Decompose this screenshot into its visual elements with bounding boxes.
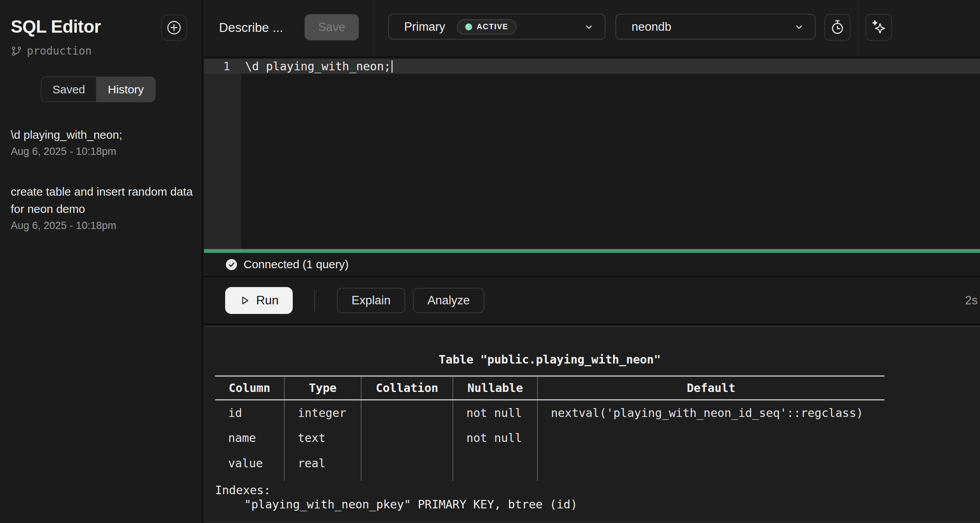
run-button[interactable]: Run xyxy=(225,287,293,314)
column-header: Collation xyxy=(361,376,453,400)
cell xyxy=(537,425,884,451)
active-badge-label: ACTIVE xyxy=(477,22,508,31)
column-header: Type xyxy=(284,376,361,400)
sidebar: SQL Editor production xyxy=(0,0,203,523)
history-item-title: create table and insert random data for … xyxy=(11,183,196,218)
sql-editor-app: SQL Editor production xyxy=(0,0,980,523)
cell: integer xyxy=(284,400,361,425)
branch-selector[interactable]: Primary ACTIVE xyxy=(388,14,605,40)
column-header: Column xyxy=(215,376,284,400)
cell: value xyxy=(215,451,284,476)
indexes-block: Indexes: "playing_with_neon_pkey" PRIMAR… xyxy=(215,483,884,511)
cell: text xyxy=(284,425,361,451)
index-definition: "playing_with_neon_pkey" PRIMARY KEY, bt… xyxy=(215,497,884,511)
run-button-label: Run xyxy=(256,293,279,307)
plus-circle-icon xyxy=(166,20,182,36)
main-panel: Describe ... Save Primary ACTIVE neondb xyxy=(204,0,980,523)
column-header: Nullable xyxy=(453,376,537,400)
saved-history-toggle: Saved History xyxy=(41,76,156,102)
text-cursor xyxy=(391,60,393,73)
sparkles-icon xyxy=(871,19,887,36)
cell xyxy=(361,451,453,476)
result-table: Column Type Collation Nullable Default i… xyxy=(215,375,884,481)
line-number: 1 xyxy=(204,60,241,73)
table-row: value real xyxy=(215,451,884,476)
cell: name xyxy=(215,425,284,451)
check-circle-icon xyxy=(226,259,237,271)
cell: real xyxy=(284,451,361,476)
branch-indicator: production xyxy=(11,45,92,57)
history-item[interactable]: \d playing_with_neon; Aug 6, 2025 - 10:1… xyxy=(11,126,196,159)
indexes-label: Indexes: xyxy=(215,483,884,497)
cell xyxy=(537,451,884,476)
editor-active-line: 1 \d playing_with_neon; xyxy=(204,59,980,74)
query-title: Describe ... xyxy=(219,20,283,35)
tab-saved[interactable]: Saved xyxy=(41,76,96,102)
database-selector[interactable]: neondb xyxy=(615,14,816,40)
result-table-title: Table "public.playing_with_neon" xyxy=(215,351,884,369)
query-timer-button[interactable] xyxy=(824,14,851,41)
connection-status-text: Connected (1 query) xyxy=(244,258,349,271)
active-status-badge: ACTIVE xyxy=(457,19,517,35)
history-list: \d playing_with_neon; Aug 6, 2025 - 10:1… xyxy=(11,126,196,257)
column-header: Default xyxy=(537,376,884,400)
active-dot-icon xyxy=(465,23,472,30)
cell: not null xyxy=(453,425,537,451)
branch-name: production xyxy=(27,45,92,57)
actions-divider xyxy=(314,290,315,311)
analyze-button[interactable]: Analyze xyxy=(413,288,484,313)
table-row-spacer xyxy=(215,476,884,481)
database-selector-value: neondb xyxy=(632,20,671,34)
history-item[interactable]: create table and insert random data for … xyxy=(11,183,196,233)
tab-history[interactable]: History xyxy=(96,76,156,102)
result-header-row: Column Type Collation Nullable Default xyxy=(215,376,884,400)
table-row: name text not null xyxy=(215,425,884,451)
cell xyxy=(361,425,453,451)
stopwatch-icon xyxy=(829,19,846,35)
editor-gutter xyxy=(204,59,241,249)
cell: id xyxy=(215,400,284,425)
toolbar-divider xyxy=(373,0,374,56)
explain-button[interactable]: Explain xyxy=(337,288,405,313)
git-branch-icon xyxy=(11,45,22,57)
play-icon xyxy=(239,295,250,306)
chevron-down-icon xyxy=(583,21,595,33)
results-bottom-border xyxy=(204,521,980,522)
editor-toolbar: Describe ... Save Primary ACTIVE neondb xyxy=(204,0,980,58)
branch-selector-value: Primary xyxy=(404,20,445,34)
connection-accent-bar xyxy=(204,249,980,253)
ai-assistant-button[interactable] xyxy=(866,14,892,41)
save-button[interactable]: Save xyxy=(305,14,359,40)
query-duration: 2s xyxy=(965,294,978,307)
connection-status-bar: Connected (1 query) xyxy=(204,253,980,277)
query-results-panel: Table "public.playing_with_neon" Column … xyxy=(204,326,980,523)
toolbar-divider xyxy=(858,0,859,56)
table-row: id integer not null nextval('playing_wit… xyxy=(215,400,884,425)
cell: not null xyxy=(453,400,537,425)
history-item-timestamp: Aug 6, 2025 - 10:18pm xyxy=(11,218,196,233)
cell xyxy=(453,451,537,476)
history-item-timestamp: Aug 6, 2025 - 10:18pm xyxy=(11,144,196,159)
cell xyxy=(361,400,453,425)
new-query-button[interactable] xyxy=(161,15,187,41)
query-actions-bar: Run Explain Analyze 2s xyxy=(204,277,980,325)
code-editor[interactable]: 1 \d playing_with_neon; xyxy=(204,59,980,249)
chevron-down-icon xyxy=(793,21,805,33)
cell: nextval('playing_with_neon_id_seq'::regc… xyxy=(537,400,884,425)
page-title: SQL Editor xyxy=(11,16,101,37)
history-item-title: \d playing_with_neon; xyxy=(11,126,196,143)
code-line: \d playing_with_neon; xyxy=(241,60,391,73)
